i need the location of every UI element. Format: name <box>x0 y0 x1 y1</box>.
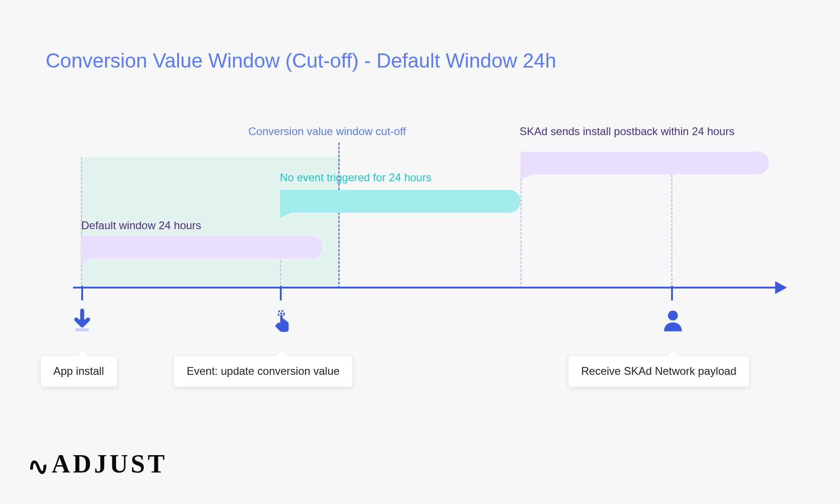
tick-receive <box>671 286 673 300</box>
svg-point-3 <box>668 310 678 320</box>
svg-rect-0 <box>75 328 89 331</box>
range-no-event <box>280 190 520 213</box>
event-tag-update: Event: update conversion value <box>173 355 353 387</box>
marker-cutoff <box>338 142 340 289</box>
label-default-window: Default window 24 hours <box>81 219 201 232</box>
event-tag-receive-label: Receive SKAd Network payload <box>581 365 736 377</box>
diagram-canvas: Conversion Value Window (Cut-off) - Defa… <box>0 0 840 504</box>
user-icon <box>659 307 687 334</box>
label-postback: SKAd sends install postback within 24 ho… <box>520 125 735 138</box>
range-postback <box>520 152 769 174</box>
svg-point-2 <box>280 312 283 315</box>
tick-install <box>81 286 83 300</box>
label-cutoff: Conversion value window cut-off <box>248 125 406 138</box>
tick-event <box>280 286 282 300</box>
brand-logo: ∿ADJUST <box>27 449 168 478</box>
timeline-axis <box>73 287 785 289</box>
event-tag-install-label: App install <box>53 365 104 377</box>
event-tag-install: App install <box>40 355 117 387</box>
label-no-event: No event triggered for 24 hours <box>280 171 431 184</box>
event-tag-update-label: Event: update conversion value <box>187 365 340 377</box>
logo-mark-icon: ∿ <box>26 450 54 483</box>
range-default-window <box>81 236 322 258</box>
brand-logo-text: ADJUST <box>52 450 168 478</box>
tap-hand-icon <box>268 307 295 334</box>
diagram-title: Conversion Value Window (Cut-off) - Defa… <box>46 49 556 72</box>
marker-receive <box>671 158 672 289</box>
event-tag-receive: Receive SKAd Network payload <box>568 355 750 387</box>
download-arrow-icon <box>68 307 96 334</box>
